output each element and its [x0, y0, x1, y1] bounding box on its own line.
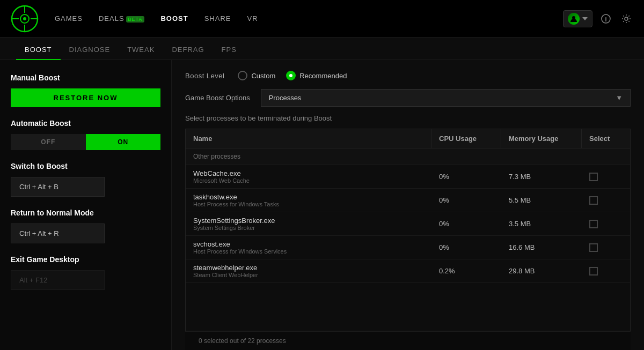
subnav-tweak[interactable]: TWEAK — [119, 40, 163, 60]
game-boost-dropdown[interactable]: Processes ▼ — [261, 89, 631, 107]
game-boost-label: Game Boost Options — [185, 94, 250, 102]
game-boost-options-row: Game Boost Options Processes ▼ — [185, 89, 631, 107]
svg-point-10 — [625, 17, 628, 20]
recommended-radio-circle — [286, 71, 296, 80]
subnav-boost[interactable]: BOOST — [16, 40, 61, 60]
process-name-cell: WebCache.exe Microsoft Web Cache — [186, 165, 431, 188]
table-row: SystemSettingsBroker.exe System Settings… — [186, 212, 630, 236]
deals-badge: BETA — [126, 16, 145, 23]
info-icon: i — [601, 14, 611, 24]
nav-boost[interactable]: BOOST — [160, 12, 188, 25]
nav-games[interactable]: GAMES — [55, 12, 83, 25]
return-to-normal-shortcut: Ctrl + Alt + R — [11, 224, 105, 243]
process-checkbox[interactable] — [589, 173, 598, 181]
subnav-defrag[interactable]: DEFRAG — [163, 40, 213, 60]
automatic-boost-toggle: OFF ON — [11, 134, 160, 150]
switch-to-boost-shortcut: Ctrl + Alt + B — [11, 177, 105, 197]
process-checkbox[interactable] — [589, 267, 598, 275]
sub-nav: BOOST DIAGNOSE TWEAK DEFRAG FPS — [0, 38, 644, 60]
mem-cell: 7.3 MB — [501, 165, 582, 188]
process-desc: Host Process for Windows Services — [193, 248, 287, 255]
boost-level-radio-group: Custom Recommended — [238, 71, 347, 80]
process-name: steamwebhelper.exe — [193, 264, 258, 272]
switch-to-boost-title: Switch to Boost — [11, 162, 160, 170]
table-row: svchost.exe Host Process for Windows Ser… — [186, 236, 630, 259]
exit-game-desktop-shortcut: Alt + F12 — [11, 270, 105, 290]
process-desc: Steam Client WebHelper — [193, 272, 258, 278]
dropdown-arrow-icon: ▼ — [616, 94, 623, 102]
exit-game-desktop-title: Exit Game Desktop — [11, 255, 160, 264]
process-checkbox[interactable] — [589, 196, 598, 205]
restore-now-button[interactable]: RESTORE NOW — [11, 88, 160, 107]
checkbox-cell — [582, 165, 630, 188]
nav-vr[interactable]: VR — [247, 12, 258, 25]
recommended-radio-label: Recommended — [299, 72, 347, 80]
select-processes-hint: Select processes to be terminated during… — [185, 114, 631, 122]
process-desc: Host Process for Windows Tasks — [193, 201, 279, 207]
table-header: Name CPU Usage Memory Usage Select — [185, 129, 631, 148]
toggle-off-button[interactable]: OFF — [11, 134, 86, 150]
custom-radio-label: Custom — [251, 72, 275, 80]
process-name: taskhostw.exe — [193, 193, 279, 201]
automatic-boost-title: Automatic Boost — [11, 119, 160, 128]
manual-boost-title: Manual Boost — [11, 73, 160, 82]
info-button[interactable]: i — [599, 12, 613, 26]
process-checkbox[interactable] — [589, 243, 598, 252]
main-nav: GAMES DEALSBETA BOOST SHARE VR — [55, 12, 563, 25]
content-area: Manual Boost RESTORE NOW Automatic Boost… — [0, 60, 644, 350]
process-name: SystemSettingsBroker.exe — [193, 217, 275, 225]
process-table: Name CPU Usage Memory Usage Select Other… — [185, 129, 631, 331]
custom-radio-circle — [238, 71, 247, 80]
nav-deals[interactable]: DEALSBETA — [99, 12, 144, 25]
nav-share[interactable]: SHARE — [204, 12, 231, 25]
profile-button[interactable] — [563, 10, 592, 27]
process-desc: Microsoft Web Cache — [193, 177, 250, 184]
th-memory: Memory Usage — [501, 129, 582, 148]
subnav-diagnose[interactable]: DIAGNOSE — [61, 40, 119, 60]
process-name: svchost.exe — [193, 240, 287, 248]
top-right-controls: i — [563, 10, 633, 27]
svg-point-2 — [23, 17, 26, 20]
app-logo — [11, 5, 39, 33]
left-panel: Manual Boost RESTORE NOW Automatic Boost… — [0, 60, 172, 350]
table-body: Other processes WebCache.exe Microsoft W… — [185, 148, 631, 331]
toggle-on-button[interactable]: ON — [86, 134, 161, 150]
table-row: WebCache.exe Microsoft Web Cache 0% 7.3 … — [186, 165, 630, 189]
table-row: steamwebhelper.exe Steam Client WebHelpe… — [186, 259, 630, 283]
gear-icon — [621, 14, 631, 24]
cpu-cell: 0% — [431, 165, 501, 188]
boost-level-label: Boost Level — [185, 72, 224, 80]
subnav-fps[interactable]: FPS — [213, 40, 245, 60]
th-cpu: CPU Usage — [431, 129, 501, 148]
th-name: Name — [186, 129, 431, 148]
chevron-down-icon — [582, 17, 588, 20]
process-desc: System Settings Broker — [193, 225, 275, 231]
return-to-normal-title: Return to Normal Mode — [11, 208, 160, 217]
top-bar: GAMES DEALSBETA BOOST SHARE VR i — [0, 0, 644, 38]
svg-text:i: i — [605, 16, 606, 22]
selected-count-text: 0 selected out of 22 processes — [199, 337, 286, 345]
other-processes-header: Other processes — [186, 148, 630, 165]
custom-radio-option[interactable]: Custom — [238, 71, 275, 80]
recommended-radio-option[interactable]: Recommended — [286, 71, 347, 80]
table-footer: 0 selected out of 22 processes — [185, 331, 631, 350]
table-row: taskhostw.exe Host Process for Windows T… — [186, 189, 630, 212]
game-boost-dropdown-value: Processes — [269, 94, 302, 102]
process-name: WebCache.exe — [193, 169, 250, 177]
boost-level-row: Boost Level Custom Recommended — [185, 71, 631, 80]
process-checkbox[interactable] — [589, 220, 598, 228]
profile-avatar — [568, 13, 580, 25]
right-panel: Boost Level Custom Recommended Game Boos… — [172, 60, 644, 350]
settings-button[interactable] — [619, 12, 633, 26]
th-select: Select — [582, 129, 630, 148]
